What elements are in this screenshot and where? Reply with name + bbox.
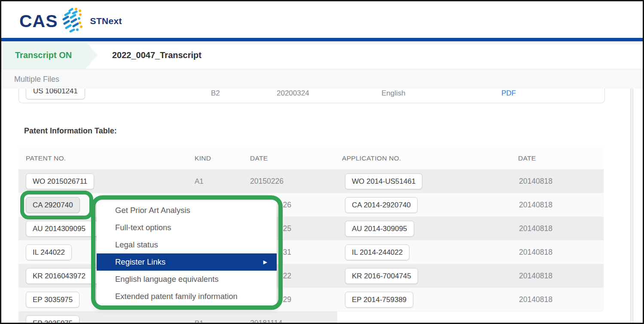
application-number-button[interactable]: IL 2014-244022 bbox=[345, 244, 409, 260]
kind-value: B2 bbox=[211, 87, 220, 99]
patent-number-button[interactable]: IL 244022 bbox=[26, 244, 72, 260]
patent-number-button[interactable]: EP 3035975 bbox=[26, 292, 79, 308]
table-row: WO 2015026711 A1 20150226 WO 2014-US5146… bbox=[18, 169, 604, 193]
col-header-patent-no: PATENT NO. bbox=[26, 148, 66, 169]
app-date-value: 20140818 bbox=[519, 288, 552, 312]
stnext-logo-text: STNext bbox=[90, 16, 122, 26]
cas-logo-text: CAS bbox=[19, 8, 58, 34]
previous-table-remnant: US 10601241 B2 20200324 English PDF bbox=[18, 89, 605, 103]
col-header-app-date: DATE bbox=[518, 148, 536, 169]
patent-number-button-active[interactable]: CA 2920740 bbox=[26, 197, 80, 213]
date-value: 20200324 bbox=[277, 87, 309, 99]
app-date-value: 20140818 bbox=[519, 264, 552, 288]
app-date-value: 20140818 bbox=[519, 217, 552, 241]
menu-item-get-prior-art-analysis[interactable]: Get Prior Art Analysis bbox=[97, 202, 277, 219]
app-header: CAS bbox=[1, 1, 643, 38]
col-header-kind: KIND bbox=[195, 148, 211, 169]
header-divider-bar bbox=[1, 38, 643, 41]
col-header-date: DATE bbox=[250, 148, 268, 169]
application-number-button[interactable]: WO 2014-US51461 bbox=[345, 173, 422, 189]
menu-item-label: Legal status bbox=[115, 240, 158, 250]
submenu-arrow-icon: ▶ bbox=[263, 259, 267, 265]
app-date-value: 20140818 bbox=[519, 241, 552, 264]
application-number-button[interactable]: KR 2016-7004745 bbox=[345, 268, 418, 284]
menu-item-label: Full-text options bbox=[115, 223, 171, 232]
cas-hex-logo-icon bbox=[61, 7, 83, 36]
menu-item-label: Register Links bbox=[115, 257, 165, 267]
app-date-value: 20140818 bbox=[519, 170, 552, 193]
app-window: CAS bbox=[0, 0, 644, 324]
menu-item-legal-status[interactable]: Legal status bbox=[97, 236, 277, 253]
date-value: 20181114 bbox=[250, 312, 291, 324]
brand: CAS bbox=[19, 6, 122, 36]
date-value: 20150226 bbox=[250, 170, 291, 193]
menu-item-label: Get Prior Art Analysis bbox=[115, 206, 190, 215]
multiple-files-bar: Multiple Files bbox=[1, 69, 643, 89]
application-number-button[interactable]: CA 2014-2920740 bbox=[345, 197, 418, 213]
scrollbar-track[interactable] bbox=[630, 89, 633, 324]
patent-number-button[interactable]: EP 3035975 bbox=[26, 315, 79, 324]
language-value: English bbox=[382, 87, 406, 99]
patent-number-button[interactable]: WO 2015026711 bbox=[26, 173, 94, 189]
patent-number-button[interactable]: KR 2016043972 bbox=[26, 268, 104, 284]
menu-item-extended-patent-family-information[interactable]: Extended patent family information bbox=[97, 288, 277, 305]
section-heading: Patent Information Table: bbox=[24, 127, 117, 136]
app-date-value: 20140818 bbox=[519, 193, 552, 217]
breadcrumb: Transcript ON 2022_0047_Transcript bbox=[1, 41, 643, 69]
menu-item-english-language-equivalents[interactable]: English language equivalents bbox=[97, 271, 277, 288]
menu-item-full-text-options[interactable]: Full-text options bbox=[97, 219, 277, 236]
context-menu: Get Prior Art Analysis Full-text options… bbox=[97, 201, 277, 305]
kind-value: A1 bbox=[195, 170, 204, 193]
table-header-row: PATENT NO. KIND DATE APPLICATION NO. DAT… bbox=[18, 148, 604, 169]
kind-value: B1 bbox=[195, 312, 204, 324]
table-row: EP 3035975 B1 20181114 bbox=[18, 311, 604, 324]
pdf-link[interactable]: PDF bbox=[501, 87, 516, 99]
transcript-status-label: Transcript ON bbox=[15, 41, 72, 69]
menu-item-register-links[interactable]: Register Links ▶ bbox=[97, 253, 277, 271]
application-number-button[interactable]: AU 2014-309095 bbox=[345, 221, 414, 237]
transcript-status-tab[interactable]: Transcript ON bbox=[1, 41, 98, 69]
patent-number-button[interactable]: AU 2014309095 bbox=[26, 221, 104, 237]
application-number-button[interactable]: EP 2014-759389 bbox=[345, 292, 413, 308]
multiple-files-label: Multiple Files bbox=[14, 69, 59, 89]
menu-item-label: English language equivalents bbox=[115, 275, 219, 284]
menu-item-label: Extended patent family information bbox=[115, 292, 238, 301]
page-title: 2022_0047_Transcript bbox=[112, 41, 201, 69]
col-header-application-no: APPLICATION NO. bbox=[342, 148, 401, 169]
